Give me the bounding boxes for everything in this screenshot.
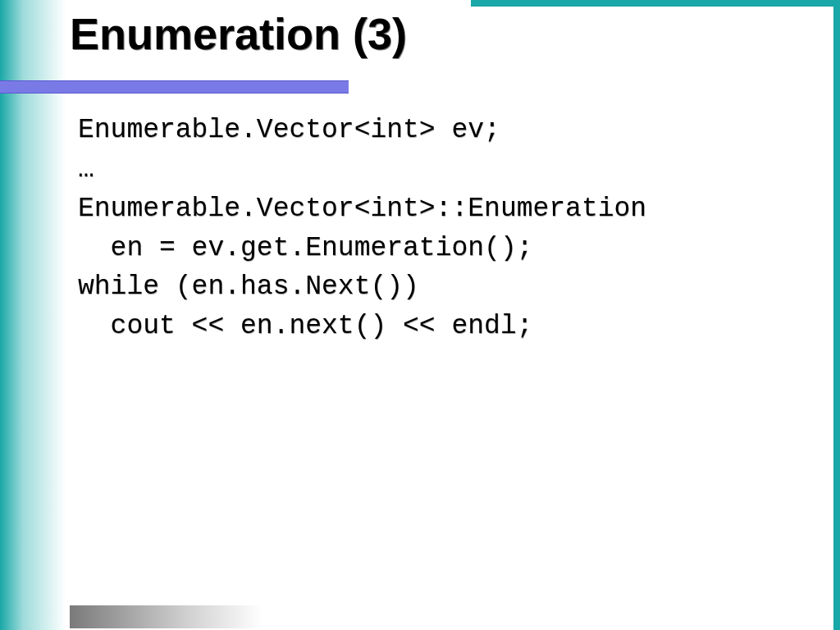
code-line: … (78, 154, 94, 185)
code-line: while (en.has.Next()) (78, 272, 419, 302)
code-line: Enumerable.Vector<int> ev; (78, 115, 500, 145)
code-block: Enumerable.Vector<int> ev; … Enumerable.… (78, 111, 807, 346)
title-underline-decoration (0, 80, 349, 94)
left-gradient-decoration (0, 0, 66, 630)
right-border-decoration (833, 0, 840, 630)
code-line: Enumerable.Vector<int>::Enumeration (78, 194, 646, 224)
code-line: cout << en.next() << endl; (78, 311, 533, 341)
slide-title: Enumeration (3) (70, 8, 407, 59)
slide: Enumeration (3) Enumerable.Vector<int> e… (0, 0, 840, 630)
footer-gradient-decoration (70, 605, 262, 628)
code-line: en = ev.get.Enumeration(); (78, 233, 533, 263)
top-border-decoration (471, 0, 840, 7)
